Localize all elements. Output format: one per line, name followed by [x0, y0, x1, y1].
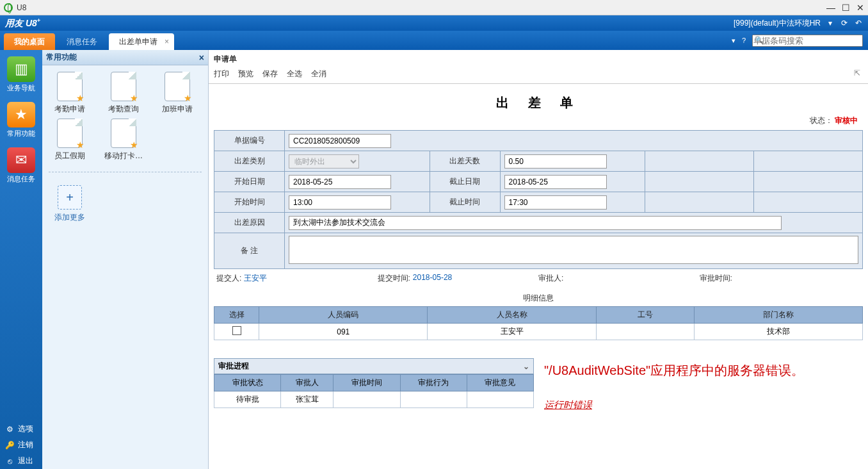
exit-icon: ⎋ — [5, 457, 14, 466]
col-ap-person: 审批人 — [281, 375, 334, 391]
table-row: 待审批 张宝茸 — [214, 391, 534, 408]
func-attendance-apply[interactable]: 考勤申请 — [46, 72, 93, 115]
context-label: [999](default)中法环境HR — [734, 18, 821, 29]
detail-title: 明细信息 — [214, 290, 863, 306]
document-icon — [57, 119, 83, 148]
form-title: 出 差 单 — [214, 88, 863, 114]
textarea-remark[interactable] — [289, 236, 858, 264]
cell-ap-person: 张宝茸 — [281, 391, 334, 408]
col-ap-time: 审批时间 — [334, 375, 400, 391]
label-start-date: 开始日期 — [214, 172, 285, 192]
nav-options[interactable]: ⚙选项 — [0, 421, 42, 437]
row-checkbox[interactable] — [232, 326, 241, 335]
tab-home[interactable]: 我的桌面 — [4, 33, 55, 50]
label-doc-no: 单据编号 — [214, 131, 285, 151]
label-end-time: 截止时间 — [430, 192, 500, 213]
submitter-value: 王安平 — [244, 273, 267, 284]
cell-emp-code: 091 — [259, 324, 428, 340]
document-icon — [111, 119, 136, 148]
submit-time-value: 2018-05-28 — [413, 273, 452, 284]
close-button[interactable]: ✕ — [856, 3, 864, 13]
table-row[interactable]: 091 王安平 技术部 — [214, 324, 863, 340]
func-employee-leave[interactable]: 员工假期 — [46, 119, 93, 161]
input-end-date[interactable] — [504, 175, 607, 189]
left-nav: ▥业务导航 ★常用功能 ✉消息任务 ⚙选项 🔑注销 ⎋退出 — [0, 50, 42, 469]
label-reason: 出差原因 — [214, 213, 285, 233]
status-label: 状态： — [810, 116, 833, 125]
collapse-icon[interactable]: ⌄ — [523, 362, 529, 371]
cell-ap-opinion — [467, 391, 533, 408]
add-more-button[interactable]: +添加更多 — [46, 185, 93, 223]
print-button[interactable]: 打印 — [214, 69, 229, 79]
nav-exit[interactable]: ⎋退出 — [0, 453, 42, 469]
error-box: "/U8AuditWebSite"应用程序中的服务器错误。 运行时错误 — [539, 358, 863, 415]
cell-ap-time — [334, 391, 400, 408]
preview-button[interactable]: 预览 — [238, 69, 253, 79]
panel-header: 常用功能 × — [42, 50, 208, 65]
help-icon[interactable]: ? — [742, 37, 746, 44]
selectall-button[interactable]: 全选 — [287, 69, 302, 79]
cell-emp-name: 王安平 — [428, 324, 596, 340]
key-icon: 🔑 — [5, 441, 14, 450]
nav-common[interactable]: ★常用功能 — [3, 98, 39, 144]
nav-business-icon: ▥ — [7, 56, 35, 82]
func-attendance-query[interactable]: 考勤查询 — [100, 72, 147, 115]
func-overtime-apply[interactable]: 加班申请 — [154, 72, 201, 115]
tab-close-icon[interactable]: × — [165, 37, 169, 46]
gear-icon: ⚙ — [5, 425, 14, 434]
cell-job-no — [596, 324, 694, 340]
maximize-button[interactable]: ☐ — [842, 3, 850, 13]
approver-label: 审批人: — [538, 273, 563, 284]
input-doc-no[interactable] — [289, 134, 391, 148]
col-emp-code: 人员编码 — [259, 307, 428, 324]
meta-line: 提交人:王安平 提交时间:2018-05-28 审批人: 审批时间: — [214, 269, 863, 290]
brand-logo: 用友 U8+ — [5, 17, 40, 29]
app-icon — [4, 3, 13, 12]
deselect-button[interactable]: 全消 — [311, 69, 326, 79]
tab-messages[interactable]: 消息任务 — [56, 33, 108, 50]
panel-close-icon[interactable]: × — [199, 53, 204, 63]
refresh-icon[interactable]: ⟳ — [840, 19, 849, 28]
col-select: 选择 — [214, 307, 259, 324]
func-mobile-punch[interactable]: 移动打卡… — [100, 119, 147, 161]
col-emp-name: 人员名称 — [428, 307, 596, 324]
expand-icon[interactable]: ⇱ — [854, 69, 863, 79]
window-titlebar: U8 — ☐ ✕ — [0, 0, 868, 15]
dropdown-icon[interactable]: ▾ — [826, 19, 835, 28]
col-ap-status: 审批状态 — [214, 375, 281, 391]
col-ap-action: 审批行为 — [400, 375, 467, 391]
approve-time-label: 审批时间: — [700, 273, 732, 284]
nav-business[interactable]: ▥业务导航 — [3, 53, 39, 98]
input-start-time[interactable] — [289, 195, 391, 210]
input-start-date[interactable] — [289, 175, 391, 189]
select-trip-type[interactable]: 临时外出 — [289, 154, 359, 169]
tab-trip-request[interactable]: 出差单申请× — [109, 33, 174, 50]
label-start-time: 开始时间 — [214, 192, 285, 213]
plus-icon: + — [58, 185, 82, 210]
minimize-button[interactable]: — — [826, 3, 835, 13]
nav-messages-icon: ✉ — [7, 147, 35, 173]
nav-logout[interactable]: 🔑注销 — [0, 437, 42, 453]
barcode-search-input[interactable] — [752, 35, 863, 47]
panel-title: 常用功能 — [46, 52, 77, 63]
save-button[interactable]: 保存 — [262, 69, 278, 79]
cell-ap-action — [400, 391, 467, 408]
back-icon[interactable]: ↶ — [854, 19, 863, 28]
doc-header: 申请单 — [214, 53, 863, 66]
detail-grid: 选择 人员编码 人员名称 工号 部门名称 091 王安平 技术部 — [214, 306, 863, 340]
document-icon — [165, 72, 190, 101]
input-trip-days[interactable] — [504, 154, 607, 169]
col-job-no: 工号 — [596, 307, 694, 324]
content-area: 申请单 打印 预览 保存 全选 全消 ⇱ 出 差 单 状态： 审核中 单据编号 — [209, 50, 868, 469]
input-end-time[interactable] — [504, 195, 607, 210]
input-reason[interactable] — [289, 216, 782, 230]
toolbar: 打印 预览 保存 全选 全消 ⇱ — [214, 66, 863, 83]
nav-messages[interactable]: ✉消息任务 — [3, 144, 39, 189]
label-trip-type: 出差类别 — [214, 151, 285, 172]
brand-bar: 用友 U8+ [999](default)中法环境HR ▾ ⟳ ↶ — [0, 15, 868, 31]
label-end-date: 截止日期 — [430, 172, 500, 192]
submit-time-label: 提交时间: — [378, 273, 410, 284]
tab-menu-icon[interactable]: ▾ — [732, 37, 735, 45]
label-trip-days: 出差天数 — [430, 151, 500, 172]
status-line: 状态： 审核中 — [214, 114, 863, 130]
